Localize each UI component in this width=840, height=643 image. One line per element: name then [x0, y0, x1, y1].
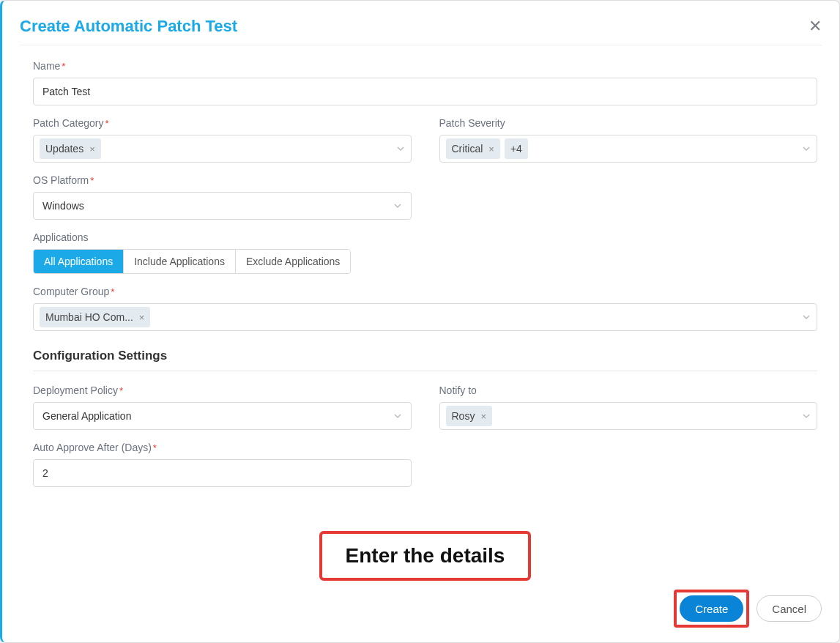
- auto-approve-label: Auto Approve After (Days)*: [33, 442, 412, 453]
- modal-title: Create Automatic Patch Test: [20, 17, 237, 36]
- category-tag-updates: Updates ×: [40, 138, 101, 159]
- cancel-button[interactable]: Cancel: [757, 595, 822, 622]
- section-divider: [33, 371, 817, 371]
- chevron-down-icon: [802, 144, 811, 153]
- chevron-down-icon: [802, 412, 811, 420]
- configuration-settings-heading: Configuration Settings: [33, 349, 817, 363]
- modal-footer: Create Cancel: [674, 590, 822, 628]
- instruction-callout: Enter the details: [319, 531, 532, 581]
- callout-wrapper: Enter the details: [33, 499, 817, 581]
- chevron-down-icon: [393, 412, 402, 420]
- patch-category-label: Patch Category*: [33, 117, 412, 129]
- applications-tabs: All Applications Include Applications Ex…: [33, 249, 351, 274]
- remove-tag-icon[interactable]: ×: [480, 412, 486, 421]
- computer-group-select[interactable]: Mumbai HO Com... ×: [33, 303, 817, 331]
- create-button-highlight: Create: [674, 590, 749, 628]
- chevron-down-icon: [393, 201, 402, 210]
- chevron-down-icon: [802, 313, 811, 322]
- tab-all-applications[interactable]: All Applications: [34, 250, 124, 273]
- name-label: Name*: [33, 60, 817, 72]
- form-body: Name* Patch Category* Updates ×: [20, 45, 822, 628]
- notify-to-label: Notify to: [439, 384, 818, 396]
- deployment-policy-label: Deployment Policy*: [33, 384, 412, 396]
- deployment-policy-select[interactable]: General Application: [33, 402, 412, 430]
- modal-header: Create Automatic Patch Test ✕: [20, 17, 822, 45]
- severity-tag-critical: Critical ×: [446, 138, 500, 159]
- severity-more-tag[interactable]: +4: [505, 138, 528, 159]
- computer-group-label: Computer Group*: [33, 286, 817, 297]
- applications-label: Applications: [33, 231, 817, 243]
- required-asterisk: *: [111, 286, 114, 297]
- remove-tag-icon[interactable]: ×: [139, 313, 145, 322]
- close-icon[interactable]: ✕: [809, 18, 822, 34]
- os-platform-label: OS Platform*: [33, 174, 412, 186]
- name-input[interactable]: [33, 78, 817, 105]
- notify-to-select[interactable]: Rosy ×: [439, 402, 818, 430]
- create-patch-test-modal: Create Automatic Patch Test ✕ Name* Patc…: [0, 0, 840, 643]
- required-asterisk: *: [153, 442, 157, 453]
- computer-group-tag: Mumbai HO Com... ×: [40, 307, 150, 327]
- patch-severity-select[interactable]: Critical × +4: [439, 135, 818, 163]
- required-asterisk: *: [119, 385, 123, 396]
- remove-tag-icon[interactable]: ×: [488, 144, 494, 154]
- os-platform-select[interactable]: Windows: [33, 192, 412, 220]
- auto-approve-input[interactable]: [33, 459, 412, 487]
- tab-exclude-applications[interactable]: Exclude Applications: [236, 250, 350, 273]
- required-asterisk: *: [90, 175, 94, 186]
- required-asterisk: *: [62, 61, 65, 72]
- notify-tag-rosy: Rosy ×: [446, 406, 493, 426]
- tab-include-applications[interactable]: Include Applications: [124, 250, 236, 273]
- create-button[interactable]: Create: [680, 595, 743, 622]
- patch-category-select[interactable]: Updates ×: [33, 135, 412, 163]
- required-asterisk: *: [105, 118, 109, 129]
- remove-tag-icon[interactable]: ×: [89, 144, 95, 154]
- chevron-down-icon: [396, 144, 405, 153]
- patch-severity-label: Patch Severity: [439, 117, 818, 129]
